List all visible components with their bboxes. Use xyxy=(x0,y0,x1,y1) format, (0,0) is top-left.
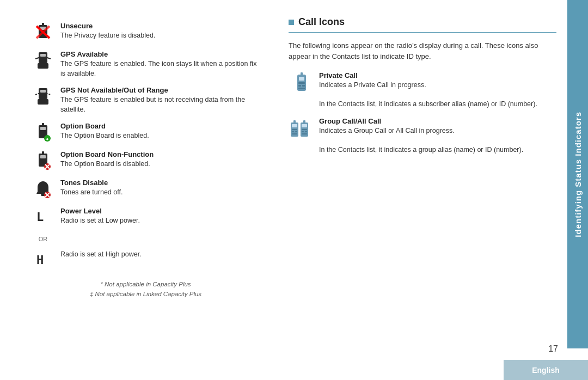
right-column: Call Icons The following icons appear on… xyxy=(278,0,567,380)
svg-rect-7 xyxy=(38,63,48,69)
tones-disable-icon xyxy=(30,179,56,199)
intro-text: The following icons appear on the radio’… xyxy=(289,40,556,62)
option-board-desc: The Option Board is enabled. xyxy=(60,131,261,141)
svg-rect-44 xyxy=(303,120,305,124)
private-call-desc: Indicates a Private Call in progress. In… xyxy=(319,81,556,109)
svg-rect-38 xyxy=(292,129,297,130)
side-tab-text: Identifying Status Indicators xyxy=(573,112,583,237)
svg-rect-6 xyxy=(40,54,46,57)
unsecure-desc: The Privacy feature is disabled. xyxy=(60,31,261,41)
svg-rect-32 xyxy=(298,85,301,87)
unsecure-title: Unsecure xyxy=(60,22,261,30)
svg-rect-9 xyxy=(40,90,46,93)
svg-rect-36 xyxy=(292,124,297,127)
left-column: Unsecure The Privacy feature is disabled… xyxy=(0,0,278,380)
list-item: Group Call/All Call Indicates a Group Ca… xyxy=(289,117,556,155)
svg-rect-13 xyxy=(42,123,44,126)
gps-available-desc: The GPS feature is enabled. The icon sta… xyxy=(60,59,261,78)
svg-rect-2 xyxy=(42,23,44,26)
side-tab: Identifying Status Indicators xyxy=(567,0,588,348)
unsecure-icon xyxy=(30,22,56,42)
option-board-nonfunc-desc: The Option Board is disabled. xyxy=(60,160,261,169)
private-call-icon xyxy=(289,71,315,99)
svg-text:L: L xyxy=(36,210,44,224)
option-board-nonfunc-text: Option Board Non-Function The Option Boa… xyxy=(56,150,261,169)
svg-rect-41 xyxy=(292,133,297,134)
private-call-text: Private Call Indicates a Private Call in… xyxy=(315,71,556,109)
option-board-nonfunc-title: Option Board Non-Function xyxy=(60,150,261,158)
tones-disable-title: Tones Disable xyxy=(60,179,261,187)
svg-rect-39 xyxy=(292,131,294,132)
group-call-desc: Indicates a Group Call or All Call in pr… xyxy=(319,126,556,155)
svg-rect-40 xyxy=(295,131,297,132)
svg-rect-17 xyxy=(40,155,46,158)
svg-rect-10 xyxy=(38,99,48,105)
list-item: GPS Not Available/Out of Range The GPS f… xyxy=(30,86,261,114)
footnote-line2: ‡ Not applicable in Linked Capacity Plus xyxy=(30,289,261,299)
svg-rect-31 xyxy=(298,82,305,84)
gps-not-available-title: GPS Not Available/Out of Range xyxy=(60,86,261,94)
list-item: ● Option Board The Option Board is enabl… xyxy=(30,122,261,143)
group-call-icon xyxy=(289,117,315,144)
list-item: Unsecure The Privacy feature is disabled… xyxy=(30,22,261,42)
svg-rect-18 xyxy=(42,151,44,155)
gps-not-available-icon xyxy=(30,86,56,107)
power-level-title: Power Level xyxy=(60,207,261,215)
power-level-high-icon: H xyxy=(30,250,56,268)
heading-square xyxy=(289,20,294,25)
footnote-line1: * Not applicable in Capacity Plus xyxy=(30,279,261,289)
svg-rect-34 xyxy=(298,88,305,89)
section-divider xyxy=(289,32,556,33)
power-level-high-desc: Radio is set at High power. xyxy=(60,250,261,260)
section-heading: Call Icons xyxy=(289,16,556,28)
svg-rect-47 xyxy=(305,131,307,132)
gps-not-available-text: GPS Not Available/Out of Range The GPS f… xyxy=(56,86,261,114)
list-item: GPS Available The GPS feature is enabled… xyxy=(30,50,261,78)
option-board-text: Option Board The Option Board is enabled… xyxy=(56,122,261,141)
group-call-title: Group Call/All Call xyxy=(319,117,556,125)
option-board-icon: ● xyxy=(30,122,56,143)
power-level-text: Power Level Radio is set at Low power. xyxy=(56,207,261,226)
tones-disable-text: Tones Disable Tones are turned off. xyxy=(56,179,261,198)
svg-text:H: H xyxy=(36,253,44,267)
svg-rect-33 xyxy=(302,85,305,87)
power-level-low-desc: Radio is set at Low power. xyxy=(60,216,261,226)
section-title: Call Icons xyxy=(298,16,345,28)
svg-rect-45 xyxy=(302,129,307,130)
list-item: L OR Power Level Radio is set at Low pow… xyxy=(30,207,261,242)
svg-rect-30 xyxy=(301,72,303,76)
main-content: Unsecure The Privacy feature is disabled… xyxy=(0,0,567,380)
svg-rect-48 xyxy=(302,133,307,134)
list-item: H Radio is set at High power. xyxy=(30,250,261,268)
svg-rect-43 xyxy=(302,124,307,127)
svg-rect-37 xyxy=(293,120,296,124)
list-item: Tones Disable Tones are turned off. xyxy=(30,179,261,199)
svg-rect-29 xyxy=(299,77,304,81)
option-board-nonfunc-icon xyxy=(30,150,56,171)
gps-available-text: GPS Available The GPS feature is enabled… xyxy=(56,50,261,78)
unsecure-text: Unsecure The Privacy feature is disabled… xyxy=(56,22,261,41)
power-level-icon: L OR xyxy=(30,207,56,242)
private-call-title: Private Call xyxy=(319,71,556,79)
group-call-text: Group Call/All Call Indicates a Group Ca… xyxy=(315,117,556,155)
list-item: Private Call Indicates a Private Call in… xyxy=(289,71,556,109)
gps-available-icon xyxy=(30,50,56,71)
svg-rect-46 xyxy=(302,131,304,132)
power-level-high-text: Radio is set at High power. xyxy=(56,250,261,260)
gps-available-title: GPS Available xyxy=(60,50,261,58)
svg-rect-12 xyxy=(40,127,46,130)
list-item: Option Board Non-Function The Option Boa… xyxy=(30,150,261,171)
svg-text:●: ● xyxy=(46,137,49,142)
option-board-title: Option Board xyxy=(60,122,261,130)
tones-disable-desc: Tones are turned off. xyxy=(60,188,261,198)
gps-not-available-desc: The GPS feature is enabled but is not re… xyxy=(60,95,261,114)
or-label: OR xyxy=(39,236,48,242)
footnote: * Not applicable in Capacity Plus ‡ Not … xyxy=(30,279,261,299)
